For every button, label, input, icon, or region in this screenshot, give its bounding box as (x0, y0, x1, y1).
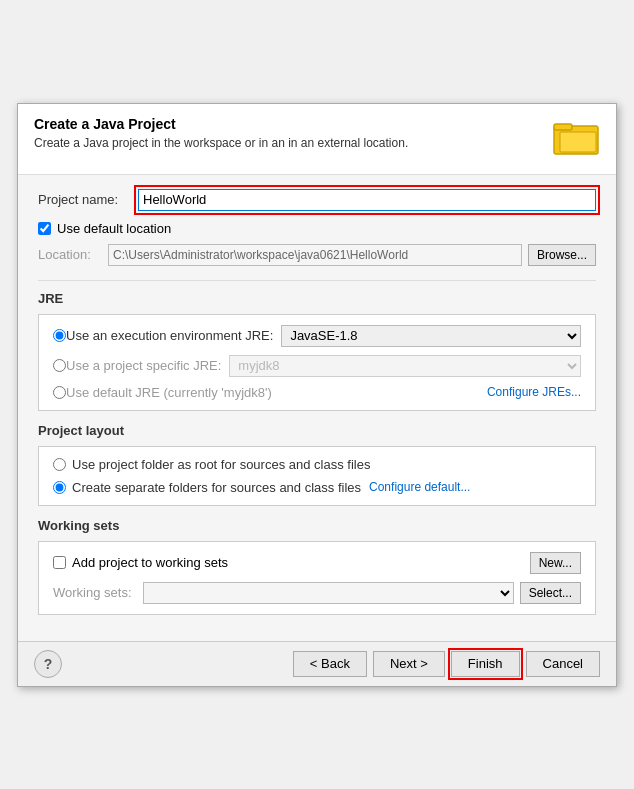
jre-select-wrapper: JavaSE-1.8 (281, 325, 581, 347)
cancel-button[interactable]: Cancel (526, 651, 600, 677)
create-java-project-dialog: Create a Java Project Create a Java proj… (17, 103, 617, 687)
header-text: Create a Java Project Create a Java proj… (34, 116, 408, 150)
location-input[interactable] (108, 244, 522, 266)
jre-option2-row: Use a project specific JRE: myjdk8 (53, 355, 581, 377)
working-sets-box: Add project to working sets New... Worki… (38, 541, 596, 615)
jre-option2-radio[interactable] (53, 359, 66, 372)
svg-rect-1 (554, 124, 572, 130)
jre-section-box: Use an execution environment JRE: JavaSE… (38, 314, 596, 411)
help-button[interactable]: ? (34, 650, 62, 678)
jre-option2-label: Use a project specific JRE: (66, 358, 221, 373)
jre-option3-row: Use default JRE (currently 'myjdk8') Con… (53, 385, 581, 400)
layout-option1-radio[interactable] (53, 458, 66, 471)
location-label: Location: (38, 247, 108, 262)
working-sets-section: Working sets Add project to working sets… (38, 518, 596, 615)
layout-option1-label: Use project folder as root for sources a… (72, 457, 370, 472)
use-default-location-label: Use default location (57, 221, 171, 236)
add-to-working-sets-label: Add project to working sets (72, 555, 228, 570)
jre-section-title: JRE (38, 291, 596, 306)
layout-option1-row: Use project folder as root for sources a… (53, 457, 581, 472)
working-sets-title: Working sets (38, 518, 596, 533)
dialog-subtitle: Create a Java project in the workspace o… (34, 136, 408, 150)
jre-specific-wrapper: myjdk8 (229, 355, 581, 377)
footer-buttons: < Back Next > Finish Cancel (293, 651, 600, 677)
configure-default-link[interactable]: Configure default... (369, 480, 470, 494)
project-layout-section: Project layout Use project folder as roo… (38, 423, 596, 506)
back-button[interactable]: < Back (293, 651, 367, 677)
jre-select[interactable]: JavaSE-1.8 (281, 325, 581, 347)
layout-section-box: Use project folder as root for sources a… (38, 446, 596, 506)
dialog-title: Create a Java Project (34, 116, 408, 132)
location-row: Location: Browse... (38, 244, 596, 266)
layout-section-title: Project layout (38, 423, 596, 438)
select-working-set-button[interactable]: Select... (520, 582, 581, 604)
use-default-location-row: Use default location (38, 221, 596, 236)
finish-button[interactable]: Finish (451, 651, 520, 677)
project-name-row: Project name: (38, 189, 596, 211)
browse-button[interactable]: Browse... (528, 244, 596, 266)
working-sets-input-row: Working sets: Select... (53, 582, 581, 604)
jre-option1-radio[interactable] (53, 329, 66, 342)
jre-option1-label: Use an execution environment JRE: (66, 328, 273, 343)
use-default-location-checkbox[interactable] (38, 222, 51, 235)
svg-rect-2 (560, 132, 596, 152)
dialog-body: Project name: Use default location Locat… (18, 175, 616, 641)
project-name-label: Project name: (38, 192, 138, 207)
layout-option2-row: Create separate folders for sources and … (53, 480, 581, 495)
project-name-input[interactable] (138, 189, 596, 211)
jre-option3-label: Use default JRE (currently 'myjdk8') (66, 385, 272, 400)
folder-icon (552, 116, 600, 164)
dialog-footer: ? < Back Next > Finish Cancel (18, 641, 616, 686)
dialog-header: Create a Java Project Create a Java proj… (18, 104, 616, 175)
working-sets-select[interactable] (143, 582, 514, 604)
jre-option1-row: Use an execution environment JRE: JavaSE… (53, 325, 581, 347)
jre-specific-select[interactable]: myjdk8 (229, 355, 581, 377)
new-working-set-button[interactable]: New... (530, 552, 581, 574)
divider-1 (38, 280, 596, 281)
working-sets-label: Working sets: (53, 585, 143, 600)
layout-option2-label: Create separate folders for sources and … (72, 480, 361, 495)
next-button[interactable]: Next > (373, 651, 445, 677)
configure-jres-link[interactable]: Configure JREs... (487, 385, 581, 399)
add-to-working-sets-row: Add project to working sets New... (53, 552, 581, 574)
jre-option3-radio[interactable] (53, 386, 66, 399)
layout-option2-radio[interactable] (53, 481, 66, 494)
add-to-working-sets-checkbox[interactable] (53, 556, 66, 569)
